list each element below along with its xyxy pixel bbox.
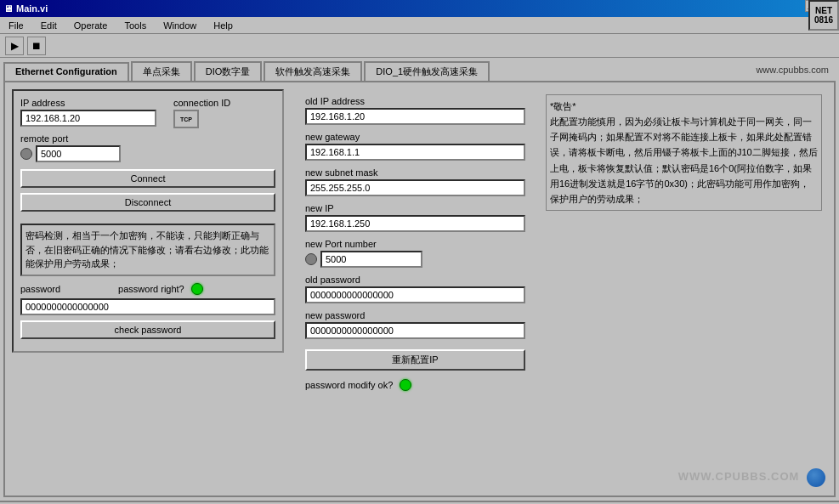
tab-dio1[interactable]: DIO_1硬件触发高速采集 xyxy=(364,61,490,81)
new-port-input[interactable] xyxy=(320,251,422,268)
disconnect-button[interactable]: Disconnect xyxy=(20,193,275,212)
new-subnet-label: new subnet mask xyxy=(305,167,525,178)
new-ip-label: new IP xyxy=(305,203,525,213)
new-password-group: new password xyxy=(305,310,525,339)
remote-port-group: remote port xyxy=(20,133,275,162)
tab-soft[interactable]: 软件触发高速采集 xyxy=(264,61,362,81)
password-modify-row: password modify ok? xyxy=(305,379,525,391)
old-password-label: old password xyxy=(305,275,525,285)
password-modify-led xyxy=(400,379,411,391)
title-bar-icon: 🖥 xyxy=(3,3,13,14)
tab-dio[interactable]: DIO数字量 xyxy=(194,61,263,81)
menu-bar: File Edit Operate Tools Window Help xyxy=(0,17,839,34)
connection-id-label: connection ID xyxy=(173,98,230,108)
new-ip-group: new IP xyxy=(305,203,525,232)
port-row xyxy=(20,145,275,162)
title-bar-left: 🖥 Main.vi xyxy=(3,3,48,14)
password-input[interactable] xyxy=(20,298,275,315)
old-password-input[interactable] xyxy=(305,286,525,303)
website-label: www.cpubbs.com xyxy=(756,65,829,75)
remote-port-label: remote port xyxy=(20,133,275,144)
menu-operate[interactable]: Operate xyxy=(69,19,113,32)
tab-single[interactable]: 单点采集 xyxy=(131,61,192,81)
toolbar: ▶ ⏹ xyxy=(0,34,839,58)
middle-panel: old IP address new gateway new subnet ma… xyxy=(298,89,532,398)
tabs: Ethernet Configuration 单点采集 DIO数字量 软件触发高… xyxy=(3,61,836,81)
title-bar-title: Main.vi xyxy=(16,3,48,14)
new-port-label: new Port number xyxy=(305,239,525,249)
title-bar: 🖥 Main.vi _ □ ✕ xyxy=(0,0,839,17)
menu-help[interactable]: Help xyxy=(208,19,238,32)
ip-address-group: IP address xyxy=(20,98,156,127)
old-ip-group: old IP address xyxy=(305,96,525,125)
old-ip-label: old IP address xyxy=(305,96,525,106)
tab-ethernet[interactable]: Ethernet Configuration xyxy=(3,62,129,81)
password-right-label: password right? xyxy=(118,284,184,294)
left-panel: IP address connection ID TCP remote port xyxy=(12,89,284,353)
menu-file[interactable]: File xyxy=(3,19,29,32)
watermark: WWW.CPUBBS.COM xyxy=(678,468,825,487)
new-gateway-group: new gateway xyxy=(305,132,525,161)
port-icon xyxy=(20,148,32,160)
ip-address-label: IP address xyxy=(20,98,156,108)
new-gateway-input[interactable] xyxy=(305,144,525,161)
tab-panel: IP address connection ID TCP remote port xyxy=(3,81,836,497)
new-port-icon xyxy=(305,253,317,265)
new-gateway-label: new gateway xyxy=(305,132,525,142)
password-label: password xyxy=(20,284,60,294)
connect-button[interactable]: Connect xyxy=(20,169,275,188)
status-bar xyxy=(0,501,839,504)
old-password-group: old password xyxy=(305,275,525,303)
connection-id-group: connection ID TCP xyxy=(173,98,230,128)
ip-address-input[interactable] xyxy=(20,110,156,127)
new-port-group: new Port number xyxy=(305,239,525,268)
old-ip-input[interactable] xyxy=(305,108,525,125)
password-modify-label: password modify ok? xyxy=(305,380,393,390)
menu-tools[interactable]: Tools xyxy=(119,19,151,32)
new-ip-input[interactable] xyxy=(305,215,525,232)
check-password-button[interactable]: check password xyxy=(20,320,275,339)
connection-id-icon[interactable]: TCP xyxy=(173,110,199,128)
remote-port-input[interactable] xyxy=(36,145,121,162)
toolbar-run-button[interactable]: ▶ xyxy=(5,37,24,55)
toolbar-stop-button[interactable]: ⏹ xyxy=(27,37,46,55)
net-badge: NET 0816 xyxy=(808,0,839,31)
globe-icon xyxy=(807,468,825,487)
reconfigure-ip-button[interactable]: 重新配置IP xyxy=(305,349,525,371)
new-password-input[interactable] xyxy=(305,322,525,339)
right-panel: *敬告* 此配置功能慎用，因为必须让板卡与计算机处于同一网关，同一子网掩码内；如… xyxy=(541,89,827,216)
password-label-row: password password right? xyxy=(20,283,275,295)
warning-text: *敬告* 此配置功能慎用，因为必须让板卡与计算机处于同一网关，同一子网掩码内；如… xyxy=(546,94,822,211)
password-right-led xyxy=(191,283,203,295)
menu-edit[interactable]: Edit xyxy=(36,19,62,32)
description-text: 密码检测，相当于一个加密狗，不能读，只能判断正确与否，在旧密码正确的情况下能修改… xyxy=(20,224,275,276)
net-badge-line2: 0816 xyxy=(814,15,833,25)
net-badge-line1: NET xyxy=(815,6,832,15)
main-area: Ethernet Configuration 单点采集 DIO数字量 软件触发高… xyxy=(0,58,839,501)
new-subnet-group: new subnet mask xyxy=(305,167,525,196)
menu-window[interactable]: Window xyxy=(158,19,201,32)
new-password-label: new password xyxy=(305,310,525,320)
new-subnet-input[interactable] xyxy=(305,179,525,196)
